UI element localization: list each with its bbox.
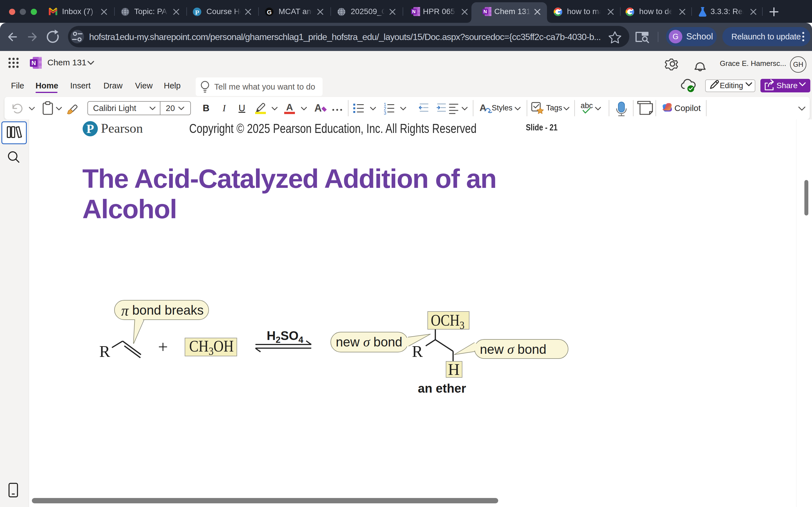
svg-text:new σ bond: new σ bond	[480, 342, 546, 356]
svg-text:+: +	[158, 337, 168, 356]
svg-text:bond breaks: bond breaks	[132, 303, 204, 318]
svg-text:H: H	[448, 360, 460, 378]
svg-text:H2SO4: H2SO4	[267, 329, 304, 345]
svg-text:OCH3: OCH3	[431, 311, 464, 331]
svg-text:an ether: an ether	[418, 381, 466, 395]
svg-text:π: π	[121, 302, 129, 319]
svg-text:R: R	[412, 342, 423, 360]
svg-text:new σ bond: new σ bond	[336, 334, 402, 349]
svg-text:R: R	[99, 342, 110, 360]
